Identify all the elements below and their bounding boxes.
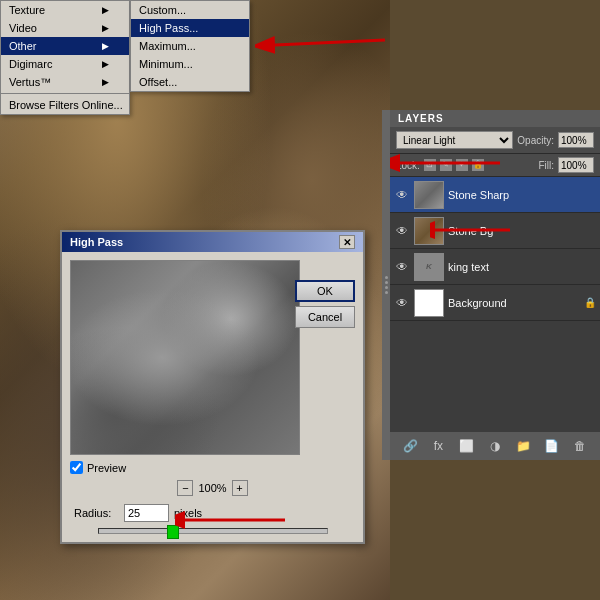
menu-item-vertus[interactable]: Vertus™ ▶ [1, 73, 129, 91]
opacity-input[interactable] [558, 132, 594, 148]
layer-thumbnail-king-text: K [414, 253, 444, 281]
filter-menu: Texture ▶ Video ▶ Other ▶ Digimarc ▶ Ver… [0, 0, 130, 115]
group-button[interactable]: 📁 [514, 437, 532, 455]
blend-mode-row: Linear Light Opacity: [390, 127, 600, 154]
layer-thumbnail-background [414, 289, 444, 317]
layers-panel-header: LAYERS [390, 110, 600, 127]
layer-background[interactable]: 👁 Background 🔒 [390, 285, 600, 321]
dialog-body: OK Cancel Preview − 100% + Radius: pixel… [62, 252, 363, 542]
layer-king-text[interactable]: 👁 K king text [390, 249, 600, 285]
add-mask-button[interactable]: ⬜ [458, 437, 476, 455]
lock-move-icon: ✦ [456, 159, 468, 171]
submenu-arrow: ▶ [102, 5, 109, 15]
dialog-title-bar: High Pass ✕ [62, 232, 363, 252]
layer-stone-bg[interactable]: 👁 Stone Bg [390, 213, 600, 249]
panel-grip [382, 110, 390, 460]
lock-pos-icon: ⊡ [424, 159, 436, 171]
preview-canvas[interactable] [70, 260, 300, 455]
layer-name-stone-bg: Stone Bg [448, 225, 596, 237]
zoom-controls: − 100% + [70, 480, 355, 496]
radius-row: Radius: pixels [70, 504, 355, 522]
submenu-item-custom[interactable]: Custom... [131, 1, 249, 19]
blend-mode-select[interactable]: Linear Light [396, 131, 513, 149]
radius-input[interactable] [124, 504, 169, 522]
layer-name-king-text: king text [448, 261, 596, 273]
layer-visibility-stone-bg[interactable]: 👁 [394, 223, 410, 239]
cancel-button[interactable]: Cancel [295, 306, 355, 328]
menu-item-texture[interactable]: Texture ▶ [1, 1, 129, 19]
delete-layer-button[interactable]: 🗑 [571, 437, 589, 455]
layer-name-stone-sharp: Stone Sharp [448, 189, 596, 201]
lock-paint-icon: ✎ [440, 159, 452, 171]
submenu-arrow: ▶ [102, 77, 109, 87]
layer-stone-sharp[interactable]: 👁 Stone Sharp [390, 177, 600, 213]
submenu-arrow: ▶ [102, 41, 109, 51]
layers-panel: LAYERS Linear Light Opacity: Lock: ⊡ ✎ ✦… [390, 110, 600, 460]
zoom-in-button[interactable]: + [232, 480, 248, 496]
dialog-close-button[interactable]: ✕ [339, 235, 355, 249]
layer-thumbnail-stone-bg [414, 217, 444, 245]
submenu-arrow: ▶ [102, 59, 109, 69]
submenu-item-minimum[interactable]: Minimum... [131, 55, 249, 73]
layer-visibility-background[interactable]: 👁 [394, 295, 410, 311]
link-layers-button[interactable]: 🔗 [401, 437, 419, 455]
lock-row: Lock: ⊡ ✎ ✦ 🔒 Fill: [390, 154, 600, 177]
fx-button[interactable]: fx [429, 437, 447, 455]
layer-name-background: Background [448, 297, 580, 309]
submenu-arrow: ▶ [102, 23, 109, 33]
radius-slider-track [98, 528, 328, 534]
submenu-item-maximum[interactable]: Maximum... [131, 37, 249, 55]
radius-slider-thumb[interactable] [167, 525, 179, 539]
preview-checkbox[interactable] [70, 461, 83, 474]
menu-item-digimarc[interactable]: Digimarc ▶ [1, 55, 129, 73]
zoom-out-button[interactable]: − [177, 480, 193, 496]
radius-slider-row [70, 528, 355, 534]
layer-visibility-king-text[interactable]: 👁 [394, 259, 410, 275]
submenu-item-offset[interactable]: Offset... [131, 73, 249, 91]
layer-thumbnail-stone-sharp [414, 181, 444, 209]
layer-visibility-stone-sharp[interactable]: 👁 [394, 187, 410, 203]
ok-button[interactable]: OK [295, 280, 355, 302]
menu-item-other[interactable]: Other ▶ [1, 37, 129, 55]
highpass-dialog: High Pass ✕ OK Cancel Preview − 100% [60, 230, 365, 544]
dialog-action-buttons: OK Cancel [295, 280, 355, 328]
menu-item-video[interactable]: Video ▶ [1, 19, 129, 37]
other-submenu: Custom... High Pass... Maximum... Minimu… [130, 0, 250, 92]
layers-panel-footer: 🔗 fx ⬜ ◑ 📁 📄 🗑 [390, 432, 600, 460]
preview-checkbox-row: Preview [70, 461, 355, 474]
menu-area: Texture ▶ Video ▶ Other ▶ Digimarc ▶ Ver… [0, 0, 390, 110]
layer-lock-icon: 🔒 [584, 297, 596, 308]
zoom-level: 100% [198, 482, 226, 494]
adjustment-button[interactable]: ◑ [486, 437, 504, 455]
menu-item-browse[interactable]: Browse Filters Online... [1, 96, 129, 114]
lock-all-icon: 🔒 [472, 159, 484, 171]
submenu-item-highpass[interactable]: High Pass... [131, 19, 249, 37]
fill-input[interactable] [558, 157, 594, 173]
new-layer-button[interactable]: 📄 [543, 437, 561, 455]
